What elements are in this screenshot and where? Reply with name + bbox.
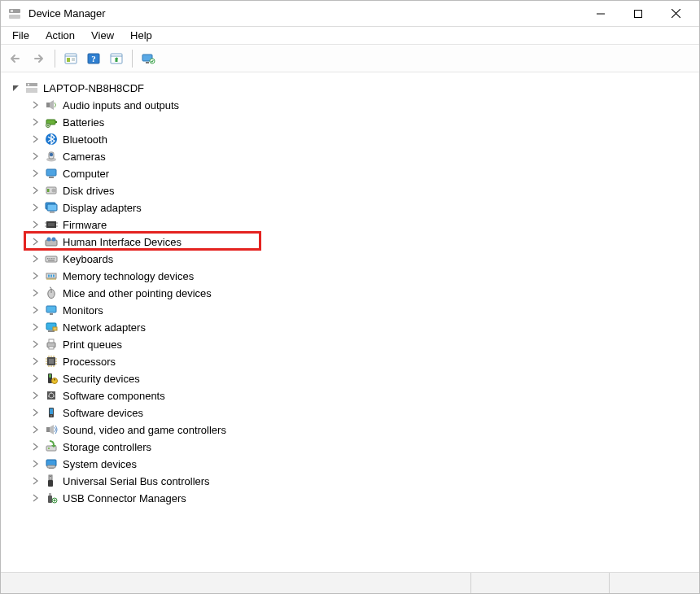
chevron-right-icon[interactable] [30,321,42,333]
toolbar-monitor-button[interactable] [138,48,159,69]
properties-icon [63,52,78,65]
arrow-left-icon [9,53,24,64]
tree-item-label: Bluetooth [63,134,107,145]
menu-file[interactable]: File [6,28,39,43]
toolbar-scan-button[interactable] [106,48,127,69]
tree-item-label: Cameras [63,151,106,162]
scan-hardware-icon [109,52,124,65]
chevron-right-icon[interactable] [30,185,42,196]
chevron-right-icon[interactable] [30,236,42,247]
tree-item-label: Firmware [63,220,107,230]
swdev-icon [45,406,58,419]
tree-item[interactable]: Sound, video and game controllers [4,421,699,438]
chevron-right-icon[interactable] [30,475,42,487]
tree-item[interactable]: Mice and other pointing devices [4,284,699,301]
tree-item[interactable]: Software components [4,387,699,404]
tree-item-label: Mice and other pointing devices [63,288,212,299]
svg-rect-21 [26,88,37,93]
tree-root[interactable]: LAPTOP-NB8H8CDF [4,79,699,96]
menu-help[interactable]: Help [124,28,162,43]
chevron-right-icon[interactable] [30,424,42,435]
chevron-right-icon[interactable] [30,270,42,282]
tree-item[interactable]: Universal Serial Bus controllers [4,472,699,489]
help-icon: ? [86,52,101,65]
tree-item[interactable]: Bluetooth [4,130,699,147]
tree-item[interactable]: Processors [4,352,699,369]
sound-icon [45,423,58,436]
device-tree[interactable]: LAPTOP-NB8H8CDF Audio inputs and outputs… [1,74,699,570]
chevron-right-icon[interactable] [30,458,42,470]
tree-root-label: LAPTOP-NB8H8CDF [43,83,144,94]
window-title: Device Manager [28,7,106,20]
chevron-right-icon[interactable] [30,304,42,316]
maximize-button[interactable] [619,2,657,26]
chevron-right-icon[interactable] [30,356,42,367]
close-button[interactable] [657,2,694,26]
tree-item[interactable]: Keyboards [4,250,699,267]
display-icon [45,201,58,214]
tree-item-label: Software components [63,391,165,401]
tree-item[interactable]: Software devices [4,404,699,421]
chevron-right-icon[interactable] [30,390,42,401]
minimize-button[interactable] [582,2,619,26]
chevron-right-icon[interactable] [30,99,42,111]
camera-icon [45,150,58,163]
tree-item[interactable]: Memory technology devices [4,267,699,284]
svg-rect-22 [28,84,29,85]
arrow-right-icon [32,53,46,64]
toolbar-help-button[interactable]: ? [83,48,104,69]
tree-item[interactable]: Display adapters [4,199,699,216]
svg-text:?: ? [91,54,96,63]
chevron-right-icon[interactable] [30,133,42,145]
svg-rect-9 [67,58,70,62]
tree-item-label: Storage controllers [63,442,151,452]
toolbar-properties-button[interactable] [60,48,81,69]
tree-item[interactable]: System devices [4,455,699,472]
toolbar-separator [132,50,133,68]
toolbar-forward-button[interactable] [28,48,50,69]
svg-rect-2 [11,10,13,11]
chevron-right-icon[interactable] [30,202,42,213]
tree-item[interactable]: Print queues [4,335,699,352]
tree-item[interactable]: Disk drives [4,181,699,199]
tree-item[interactable]: Monitors [4,301,699,318]
tree-item-label: System devices [63,459,137,470]
chevron-right-icon[interactable] [30,441,42,452]
statusbar-pane [1,573,471,593]
tree-item-label: Network adapters [63,322,146,333]
tree-item[interactable]: Storage controllers [4,438,699,455]
chevron-right-icon[interactable] [30,338,42,350]
menu-action[interactable]: Action [39,28,85,43]
menu-view[interactable]: View [85,28,124,43]
chevron-right-icon[interactable] [30,253,42,264]
cpu-icon [45,355,58,368]
tree-item-label: Computer [63,168,109,179]
device-manager-app-icon [7,7,22,21]
tree-item[interactable]: USB Connector Managers [4,489,699,506]
storage-icon [45,440,58,453]
statusbar-pane [610,573,699,593]
tree-item[interactable]: Computer [4,164,699,181]
chevron-right-icon[interactable] [30,407,42,418]
tree-item-label: Processors [63,356,116,367]
tree-item-label: Audio inputs and outputs [63,100,179,111]
tree-item[interactable]: Security devices [4,369,699,387]
tree-item[interactable]: Batteries [4,113,699,130]
computer-icon [45,167,58,180]
toolbar-back-button[interactable] [6,48,27,69]
tree-item[interactable]: Network adapters [4,318,699,335]
chevron-down-icon[interactable] [11,82,22,94]
chevron-right-icon[interactable] [30,492,42,504]
chevron-right-icon[interactable] [30,168,42,179]
chevron-right-icon[interactable] [30,287,42,299]
tree-item[interactable]: Cameras [4,147,699,164]
keyboard-icon [45,252,58,265]
chevron-right-icon[interactable] [30,373,42,384]
tree-item[interactable]: Human Interface Devices [4,233,699,250]
tree-item[interactable]: Firmware [4,216,699,233]
monitor-icon [45,304,58,317]
tree-item[interactable]: Audio inputs and outputs [4,96,699,113]
chevron-right-icon[interactable] [30,151,42,162]
chevron-right-icon[interactable] [30,219,42,230]
chevron-right-icon[interactable] [30,116,42,128]
